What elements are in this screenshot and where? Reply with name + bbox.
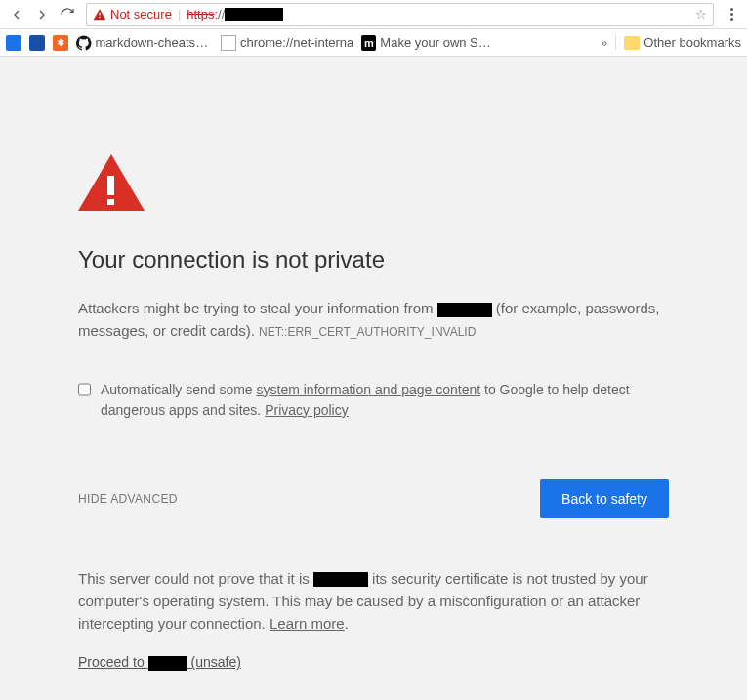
favicon-icon (6, 35, 21, 51)
browser-menu-button[interactable] (722, 8, 741, 21)
report-option: Automatically send some system informati… (78, 380, 669, 421)
page-title: Your connection is not private (78, 246, 669, 273)
url: https:// (187, 7, 283, 22)
not-secure-badge: Not secure (93, 7, 172, 21)
browser-toolbar: Not secure | https:// ☆ (0, 0, 747, 29)
report-checkbox[interactable] (78, 382, 91, 397)
bookmark-label: Make your own SSL C (380, 35, 498, 50)
privacy-policy-link[interactable]: Privacy policy (265, 402, 349, 418)
favicon-icon (29, 35, 45, 51)
github-icon (76, 35, 92, 51)
other-bookmarks-label: Other bookmarks (643, 35, 741, 50)
hide-advanced-button[interactable]: HIDE ADVANCED (78, 492, 178, 506)
back-button[interactable] (6, 4, 27, 25)
report-label: Automatically send some system informati… (101, 380, 669, 421)
reload-button[interactable] (57, 4, 78, 25)
url-sep: :// (214, 7, 225, 21)
bookmark-item-2[interactable] (29, 35, 45, 51)
redacted-host (148, 656, 187, 671)
bookmark-label: markdown-cheatshee (96, 35, 213, 50)
bookmark-item-ssl[interactable]: m Make your own SSL C (361, 35, 498, 51)
forward-button[interactable] (31, 4, 53, 25)
folder-icon (624, 36, 640, 50)
bookmark-item-netinternals[interactable]: chrome://net-interna (221, 35, 353, 51)
separator: | (178, 7, 181, 21)
redacted-host (313, 572, 368, 587)
button-row: HIDE ADVANCED Back to safety (78, 479, 669, 518)
back-to-safety-button[interactable]: Back to safety (540, 479, 669, 518)
favicon-icon: m (361, 35, 376, 51)
favicon-icon: ✱ (53, 35, 68, 51)
bookmark-item-markdown[interactable]: markdown-cheatshee (76, 35, 213, 51)
interstitial-page: Your connection is not private Attackers… (0, 57, 747, 700)
not-secure-text: Not secure (110, 7, 172, 21)
bookmark-star-icon[interactable]: ☆ (695, 7, 707, 21)
omnibox[interactable]: Not secure | https:// ☆ (86, 3, 714, 26)
page-icon (221, 35, 236, 51)
system-info-link[interactable]: system information and page content (257, 382, 481, 397)
error-code: NET::ERR_CERT_AUTHORITY_INVALID (259, 325, 476, 339)
advanced-paragraph: This server could not prove that it is i… (78, 567, 669, 636)
bookmarks-overflow-icon[interactable]: » (601, 35, 607, 50)
url-redacted (225, 8, 283, 21)
warning-paragraph: Attackers might be trying to steal your … (78, 297, 669, 343)
url-scheme: https (187, 7, 214, 21)
bookmark-label: chrome://net-interna (240, 35, 353, 50)
other-bookmarks[interactable]: Other bookmarks (615, 35, 741, 50)
learn-more-link[interactable]: Learn more (270, 615, 345, 632)
redacted-host (437, 303, 492, 317)
bookmark-item-3[interactable]: ✱ (53, 35, 68, 51)
proceed-link[interactable]: Proceed to (unsafe) (78, 654, 241, 671)
warning-triangle-icon (78, 154, 145, 211)
bookmark-item-1[interactable] (6, 35, 21, 51)
bookmarks-bar: ✱ markdown-cheatshee chrome://net-intern… (0, 29, 747, 57)
